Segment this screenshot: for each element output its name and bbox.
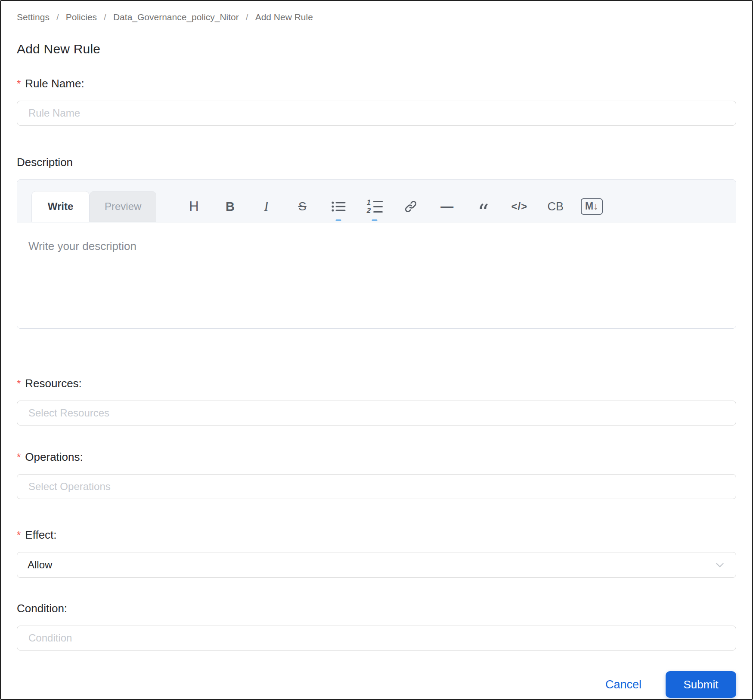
condition-label-text: Condition:: [17, 602, 67, 615]
code-block-icon: CB: [548, 200, 564, 213]
code-button[interactable]: </>: [501, 191, 537, 222]
breadcrumb-separator: /: [104, 12, 106, 22]
editor-body: [17, 222, 736, 328]
rule-name-label-text: Rule Name:: [25, 77, 84, 90]
resources-label-text: Resources:: [25, 377, 82, 390]
breadcrumb-separator: /: [246, 12, 248, 22]
markdown-icon: M↓: [581, 198, 603, 215]
list-ol-icon: 1 2: [367, 199, 383, 214]
breadcrumb: Settings / Policies / Data_Governance_po…: [17, 1, 736, 22]
operations-label: * Operations:: [17, 450, 736, 464]
quote-button[interactable]: “: [465, 191, 501, 222]
tab-preview[interactable]: Preview: [90, 191, 156, 222]
editor-header: Write Preview H B I S: [17, 180, 736, 222]
description-label-text: Description: [17, 156, 73, 169]
add-new-rule-page: Settings / Policies / Data_Governance_po…: [0, 0, 753, 700]
markdown-button[interactable]: M↓: [573, 191, 610, 222]
resources-label: * Resources:: [17, 377, 736, 390]
bold-button[interactable]: B: [212, 191, 248, 222]
page-title: Add New Rule: [17, 42, 736, 56]
cancel-button[interactable]: Cancel: [605, 678, 641, 691]
chevron-down-icon: [714, 559, 725, 570]
operations-label-text: Operations:: [25, 450, 83, 464]
rule-name-input[interactable]: [17, 101, 736, 126]
code-icon: </>: [511, 200, 528, 213]
condition-label: Condition:: [17, 602, 736, 615]
list-ul-icon: [331, 200, 346, 213]
unordered-list-button[interactable]: [320, 191, 356, 222]
required-asterisk: *: [17, 378, 21, 390]
breadcrumb-policy-name[interactable]: Data_Governance_policy_Nitor: [113, 12, 239, 22]
description-editor: Write Preview H B I S: [17, 179, 736, 329]
link-icon: [404, 200, 417, 213]
breadcrumb-settings[interactable]: Settings: [17, 12, 50, 22]
form-actions: Cancel Submit: [17, 671, 736, 698]
effect-selected-value: Allow: [28, 559, 52, 571]
italic-icon: I: [264, 199, 268, 214]
rule-name-label: * Rule Name:: [17, 77, 736, 90]
effect-select[interactable]: Allow: [17, 552, 736, 578]
required-asterisk: *: [17, 529, 21, 541]
link-button[interactable]: [393, 191, 429, 222]
effect-label-text: Effect:: [25, 528, 56, 542]
tab-write[interactable]: Write: [31, 191, 90, 222]
editor-toolbar: H B I S: [176, 191, 610, 222]
bold-icon: B: [226, 200, 235, 214]
horizontal-rule-button[interactable]: —: [429, 191, 465, 222]
ordered-list-button[interactable]: 1 2: [356, 191, 393, 222]
editor-tabs: Write Preview: [31, 191, 156, 222]
horizontal-rule-icon: —: [440, 199, 453, 214]
operations-select[interactable]: [17, 474, 736, 499]
description-textarea[interactable]: [17, 222, 736, 328]
breadcrumb-policies[interactable]: Policies: [66, 12, 97, 22]
required-asterisk: *: [17, 78, 21, 90]
resources-select[interactable]: [17, 401, 736, 426]
breadcrumb-separator: /: [56, 12, 59, 22]
italic-button[interactable]: I: [248, 191, 284, 222]
strikethrough-icon: S: [298, 200, 307, 213]
code-block-button[interactable]: CB: [537, 191, 573, 222]
strikethrough-button[interactable]: S: [284, 191, 320, 222]
condition-input[interactable]: [17, 626, 736, 651]
description-label: Description: [17, 156, 736, 169]
submit-button[interactable]: Submit: [666, 671, 736, 698]
heading-button[interactable]: H: [176, 191, 212, 222]
required-asterisk: *: [17, 451, 21, 463]
breadcrumb-add-new-rule: Add New Rule: [255, 12, 313, 22]
heading-icon: H: [189, 199, 198, 214]
effect-label: * Effect:: [17, 528, 736, 542]
